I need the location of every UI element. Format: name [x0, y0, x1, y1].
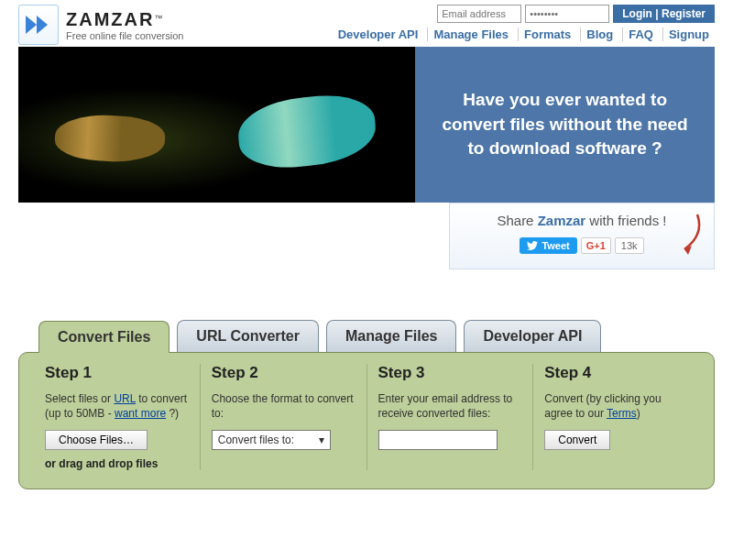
- banner: Have you ever wanted to convert files wi…: [18, 47, 715, 203]
- password-field[interactable]: [525, 5, 609, 23]
- login-button[interactable]: Login | Register: [613, 5, 715, 23]
- drag-drop-text: or drag and drop files: [45, 457, 189, 470]
- step-4: Step 4 Convert (by clicking you agree to…: [533, 364, 699, 470]
- share-box: Share Zamzar with friends ! Tweet G+1 13…: [449, 203, 715, 269]
- logo-tagline: Free online file conversion: [66, 30, 183, 41]
- tab-convert-files[interactable]: Convert Files: [38, 321, 170, 353]
- convert-panel: Step 1 Select files or URL to convert (u…: [18, 352, 715, 489]
- nav-manage-files[interactable]: Manage Files: [427, 27, 514, 41]
- terms-link[interactable]: Terms: [607, 407, 637, 420]
- chevron-down-icon: ▾: [319, 434, 324, 446]
- tab-developer-api[interactable]: Developer API: [464, 320, 601, 352]
- step-1: Step 1 Select files or URL to convert (u…: [34, 364, 201, 470]
- format-select[interactable]: Convert files to:▾: [212, 430, 331, 450]
- nav-blog[interactable]: Blog: [580, 27, 618, 41]
- gplus-count: 13k: [615, 237, 644, 254]
- convert-email-field[interactable]: [378, 430, 498, 450]
- logo-icon: [18, 5, 59, 45]
- step-title: Step 4: [544, 364, 688, 382]
- header: ZAMZAR™ Free online file conversion Logi…: [18, 5, 715, 45]
- step-title: Step 3: [378, 364, 522, 382]
- step-2: Step 2 Choose the format to convert to: …: [201, 364, 367, 470]
- want-more-link[interactable]: want more: [115, 407, 166, 420]
- svg-marker-1: [37, 16, 48, 34]
- convert-button[interactable]: Convert: [544, 430, 610, 450]
- logo[interactable]: ZAMZAR™ Free online file conversion: [18, 5, 183, 45]
- tab-url-converter[interactable]: URL Converter: [177, 320, 319, 352]
- nav-links: Developer API Manage Files Formats Blog …: [333, 27, 715, 41]
- nav-faq[interactable]: FAQ: [622, 27, 659, 41]
- nav-signup[interactable]: Signup: [662, 27, 715, 41]
- banner-text: Have you ever wanted to convert files wi…: [415, 47, 715, 203]
- tweet-button[interactable]: Tweet: [520, 237, 576, 254]
- step-title: Step 2: [212, 364, 356, 382]
- banner-image: [18, 47, 415, 203]
- step-3: Step 3 Enter your email address to recei…: [367, 364, 534, 470]
- choose-files-button[interactable]: Choose Files…: [45, 430, 148, 450]
- share-title: Share Zamzar with friends !: [463, 213, 701, 228]
- tabs: Convert Files URL Converter Manage Files…: [38, 320, 715, 352]
- url-link[interactable]: URL: [114, 392, 136, 405]
- logo-title: ZAMZAR: [66, 9, 154, 29]
- svg-marker-0: [26, 16, 37, 34]
- arrow-icon: [670, 209, 708, 260]
- step-title: Step 1: [45, 364, 189, 382]
- gplus-button[interactable]: G+1: [581, 237, 611, 254]
- nav-developer-api[interactable]: Developer API: [333, 27, 424, 41]
- email-field[interactable]: [437, 5, 521, 23]
- nav-formats[interactable]: Formats: [518, 27, 576, 41]
- tab-manage-files[interactable]: Manage Files: [326, 320, 456, 352]
